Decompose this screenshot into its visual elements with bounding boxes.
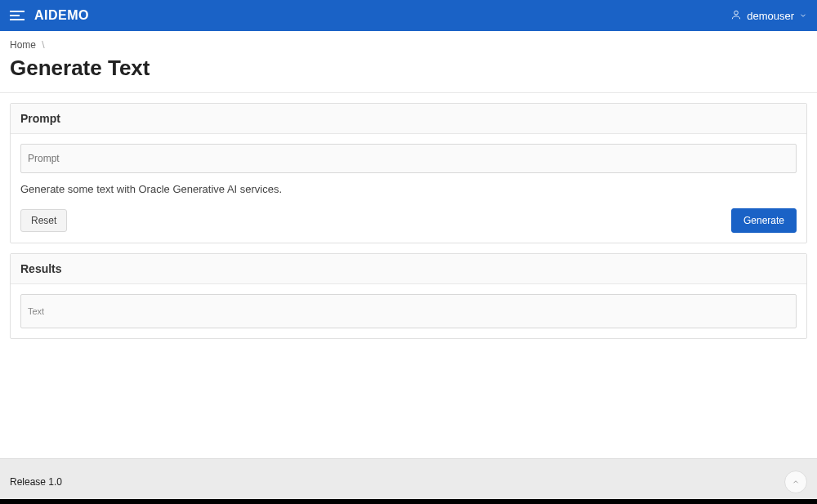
user-icon <box>730 9 742 23</box>
prompt-panel-body: Generate some text with Oracle Generativ… <box>11 134 806 243</box>
generate-button[interactable]: Generate <box>731 208 797 233</box>
prompt-input[interactable] <box>20 144 797 173</box>
header-left: AIDEMO <box>10 8 89 23</box>
prompt-panel-header: Prompt <box>11 104 806 134</box>
bottom-bar <box>0 499 817 504</box>
page-title: Generate Text <box>0 54 817 93</box>
results-output: Text <box>20 294 797 328</box>
prompt-panel: Prompt Generate some text with Oracle Ge… <box>10 103 807 243</box>
app-title: AIDEMO <box>34 8 89 23</box>
menu-icon[interactable] <box>10 11 25 20</box>
scroll-top-button[interactable] <box>784 471 807 493</box>
results-panel: Results Text <box>10 253 807 339</box>
reset-button[interactable]: Reset <box>20 209 67 232</box>
chevron-down-icon <box>799 10 807 22</box>
prompt-button-row: Reset Generate <box>20 208 797 233</box>
results-panel-body: Text <box>11 284 806 338</box>
footer-release: Release 1.0 <box>10 476 62 488</box>
results-panel-header: Results <box>11 254 806 284</box>
breadcrumb-separator: \ <box>42 39 44 51</box>
svg-point-0 <box>734 11 739 15</box>
user-menu[interactable]: demouser <box>730 9 807 23</box>
username-label: demouser <box>747 10 794 22</box>
chevron-up-icon <box>792 478 800 486</box>
breadcrumb-home[interactable]: Home <box>10 39 36 51</box>
footer: Release 1.0 <box>0 458 817 504</box>
breadcrumb-area: Home \ <box>0 31 817 54</box>
main-content: Prompt Generate some text with Oracle Ge… <box>0 93 817 359</box>
app-header: AIDEMO demouser <box>0 0 817 31</box>
prompt-help-text: Generate some text with Oracle Generativ… <box>20 183 797 195</box>
breadcrumb: Home \ <box>10 39 807 51</box>
